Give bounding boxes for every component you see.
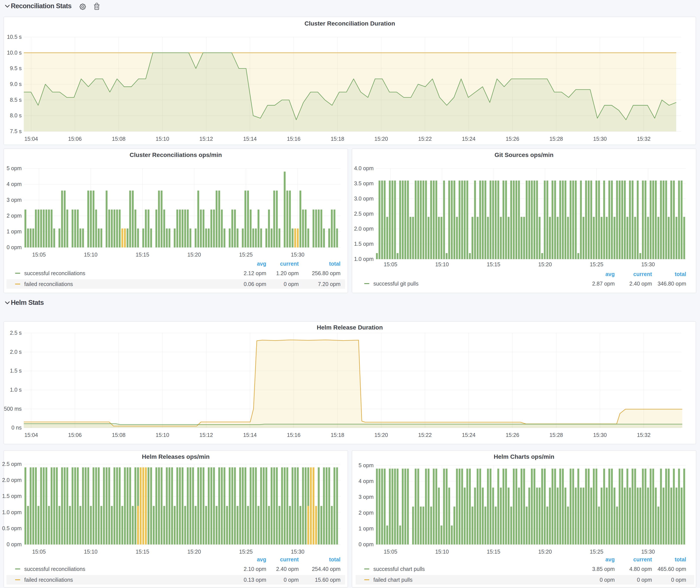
svg-text:4.0 opm: 4.0 opm	[354, 165, 374, 171]
svg-text:current: current	[280, 556, 299, 562]
svg-text:2.87 opm: 2.87 opm	[592, 281, 615, 287]
svg-text:2 opm: 2 opm	[7, 213, 22, 219]
svg-text:15:10: 15:10	[435, 261, 449, 267]
svg-text:15:30: 15:30	[641, 549, 655, 555]
svg-text:4.80 opm: 4.80 opm	[629, 566, 652, 572]
svg-text:254.40 opm: 254.40 opm	[312, 566, 340, 572]
svg-text:0 opm: 0 opm	[637, 577, 652, 583]
svg-text:15:05: 15:05	[32, 252, 46, 258]
svg-text:current: current	[633, 556, 652, 562]
svg-text:0 opm: 0 opm	[671, 577, 686, 583]
svg-text:15:20: 15:20	[538, 261, 552, 267]
svg-text:8.0 s: 8.0 s	[10, 112, 22, 118]
svg-text:15:30: 15:30	[291, 252, 305, 258]
svg-text:15:16: 15:16	[287, 136, 301, 142]
svg-text:15:10: 15:10	[84, 549, 98, 555]
svg-text:15:06: 15:06	[68, 136, 82, 142]
svg-text:15:15: 15:15	[487, 549, 500, 555]
svg-text:2.0 s: 2.0 s	[10, 349, 22, 355]
svg-text:15:08: 15:08	[112, 432, 126, 438]
svg-text:Helm Stats: Helm Stats	[11, 299, 44, 306]
svg-text:0 opm: 0 opm	[284, 281, 299, 287]
svg-text:current: current	[280, 261, 299, 267]
svg-text:2.12 opm: 2.12 opm	[244, 270, 266, 276]
svg-text:successful chart pulls: successful chart pulls	[373, 566, 425, 572]
svg-text:15:12: 15:12	[199, 136, 213, 142]
svg-text:failed chart pulls: failed chart pulls	[373, 577, 413, 583]
svg-text:3 opm: 3 opm	[359, 494, 374, 500]
svg-text:3.5 opm: 3.5 opm	[354, 180, 374, 186]
svg-text:7.20 opm: 7.20 opm	[318, 281, 340, 287]
svg-text:Helm Charts ops/min: Helm Charts ops/min	[494, 453, 554, 460]
svg-text:avg: avg	[257, 261, 266, 267]
svg-text:1.5 s: 1.5 s	[10, 368, 22, 374]
svg-text:avg: avg	[605, 271, 615, 277]
svg-text:15:14: 15:14	[243, 432, 257, 438]
svg-text:15:10: 15:10	[156, 136, 169, 142]
svg-text:2.40 opm: 2.40 opm	[629, 281, 652, 287]
svg-text:15:25: 15:25	[239, 549, 253, 555]
svg-text:15:28: 15:28	[549, 432, 563, 438]
svg-text:avg: avg	[257, 556, 266, 562]
svg-text:346.80 opm: 346.80 opm	[658, 281, 686, 287]
svg-text:15:15: 15:15	[136, 252, 149, 258]
svg-text:10.0 s: 10.0 s	[7, 50, 22, 56]
svg-text:2.5 opm: 2.5 opm	[2, 461, 22, 467]
svg-text:15:25: 15:25	[590, 549, 603, 555]
svg-text:256.80 opm: 256.80 opm	[312, 270, 340, 276]
svg-text:8.5 s: 8.5 s	[10, 97, 22, 103]
svg-text:15:18: 15:18	[331, 432, 344, 438]
svg-text:2.0 opm: 2.0 opm	[354, 226, 374, 232]
svg-text:465.60 opm: 465.60 opm	[658, 566, 686, 572]
svg-text:0 opm: 0 opm	[284, 577, 299, 583]
svg-text:total: total	[329, 556, 340, 562]
svg-text:9.0 s: 9.0 s	[10, 81, 22, 87]
svg-text:2.5 s: 2.5 s	[10, 330, 22, 336]
svg-text:15:22: 15:22	[418, 136, 432, 142]
svg-text:5 opm: 5 opm	[359, 462, 374, 468]
svg-text:15:32: 15:32	[637, 136, 651, 142]
svg-text:9.5 s: 9.5 s	[10, 65, 22, 71]
svg-text:failed reconciliations: failed reconciliations	[24, 577, 73, 583]
svg-text:15:26: 15:26	[506, 432, 519, 438]
svg-text:5 opm: 5 opm	[7, 165, 22, 171]
svg-text:1.20 opm: 1.20 opm	[276, 270, 299, 276]
svg-text:current: current	[633, 271, 652, 277]
svg-text:15:15: 15:15	[136, 549, 149, 555]
svg-text:4 opm: 4 opm	[359, 478, 374, 484]
svg-text:15:05: 15:05	[384, 261, 397, 267]
svg-text:15:06: 15:06	[68, 432, 82, 438]
svg-text:0 opm: 0 opm	[7, 244, 22, 250]
svg-text:15:20: 15:20	[187, 252, 201, 258]
svg-text:1 opm: 1 opm	[359, 525, 374, 531]
svg-text:15:05: 15:05	[384, 549, 397, 555]
svg-text:successful reconciliations: successful reconciliations	[24, 270, 85, 276]
svg-text:15:04: 15:04	[24, 432, 38, 438]
svg-text:15:20: 15:20	[538, 549, 552, 555]
svg-text:15:15: 15:15	[487, 261, 500, 267]
svg-text:15.60 opm: 15.60 opm	[315, 577, 340, 583]
svg-text:3 opm: 3 opm	[7, 197, 22, 203]
svg-text:15:30: 15:30	[593, 136, 607, 142]
svg-text:7.5 s: 7.5 s	[10, 128, 22, 134]
svg-text:0 opm: 0 opm	[7, 541, 22, 547]
svg-text:15:25: 15:25	[590, 261, 603, 267]
svg-text:15:04: 15:04	[24, 136, 38, 142]
svg-text:15:14: 15:14	[243, 136, 257, 142]
svg-text:Helm Releases ops/min: Helm Releases ops/min	[142, 453, 210, 460]
svg-text:successful git pulls: successful git pulls	[373, 281, 418, 287]
svg-text:15:20: 15:20	[187, 549, 201, 555]
svg-text:successful reconciliations: successful reconciliations	[24, 566, 85, 572]
svg-text:15:25: 15:25	[239, 252, 253, 258]
svg-text:0.06 opm: 0.06 opm	[244, 281, 266, 287]
svg-text:0.13 opm: 0.13 opm	[244, 577, 266, 583]
svg-text:2 opm: 2 opm	[359, 510, 374, 516]
svg-text:15:10: 15:10	[435, 549, 449, 555]
svg-text:2.0 opm: 2.0 opm	[2, 477, 22, 483]
svg-text:15:10: 15:10	[84, 252, 98, 258]
svg-text:15:32: 15:32	[637, 432, 651, 438]
svg-text:1.5 opm: 1.5 opm	[2, 493, 22, 499]
svg-text:avg: avg	[605, 556, 615, 562]
svg-text:Helm Release Duration: Helm Release Duration	[317, 324, 383, 331]
svg-text:15:24: 15:24	[462, 432, 476, 438]
